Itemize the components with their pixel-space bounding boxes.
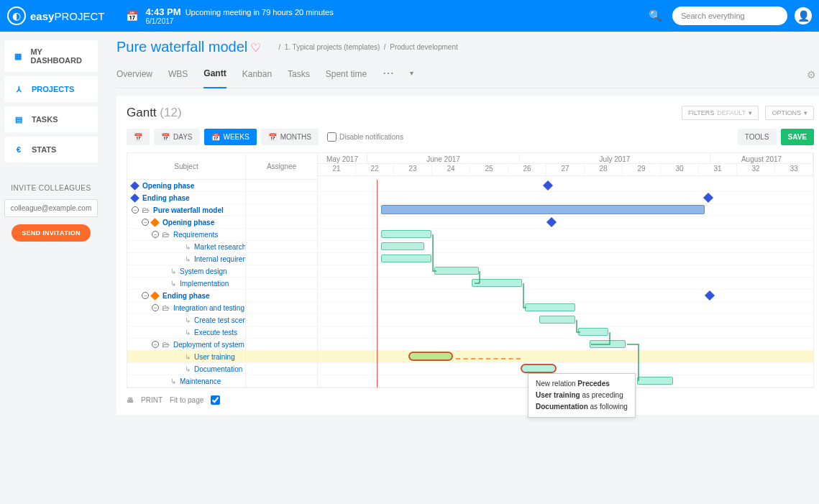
cell-ending2[interactable]: Ending phase [163, 292, 210, 300]
collapse-icon[interactable]: – [142, 292, 149, 299]
print-bar: 🖶 PRINT Fit to page [127, 395, 814, 405]
week-30: 30 [661, 164, 699, 176]
cell-deploy[interactable]: Deployment of system [173, 341, 244, 349]
projects-icon: ⅄ [13, 83, 24, 95]
disable-notifications-input[interactable] [327, 132, 337, 142]
tab-gantt[interactable]: Gantt [203, 61, 226, 88]
bar-impl[interactable] [472, 279, 522, 287]
bar-exectest[interactable] [578, 328, 608, 336]
gear-icon[interactable]: ⚙ ▾ [807, 69, 819, 81]
search-placeholder: Search everything [681, 12, 745, 20]
fit-to-page-check[interactable] [211, 395, 220, 405]
nav-projects[interactable]: ⅄PROJECTS [4, 76, 98, 102]
cell-opening2[interactable]: Opening phase [163, 219, 214, 226]
brand-logo[interactable]: ◐ easyPROJECT [7, 6, 104, 25]
task-icon: ↳ [170, 377, 176, 385]
zoom-weeks-button[interactable]: 📅WEEKS [204, 129, 257, 145]
bar-usertrain[interactable] [408, 352, 453, 361]
bar-inttest[interactable] [525, 303, 575, 311]
row-ending2: –Ending phase [127, 290, 813, 302]
milestone-marker[interactable] [703, 193, 713, 203]
bar-sysdesign[interactable] [434, 267, 479, 275]
collapse-icon[interactable]: – [152, 231, 159, 238]
row-req: –🗁Requirements [127, 229, 813, 241]
bar-internal[interactable] [381, 255, 431, 262]
cell-usertrain[interactable]: User training [194, 353, 235, 361]
cell-impl[interactable]: Implementation [180, 280, 229, 288]
cell-exectest[interactable]: Execute tests [194, 329, 237, 336]
col-subject[interactable]: Subject [127, 153, 245, 180]
bar-project[interactable] [381, 205, 705, 214]
collapse-icon[interactable]: – [152, 304, 159, 311]
user-avatar[interactable]: 👤 [795, 7, 812, 24]
week-31: 31 [699, 164, 737, 176]
tab-more[interactable]: ⋯ [383, 66, 394, 83]
cell-ending[interactable]: Ending phase [142, 194, 190, 202]
search-icon[interactable]: 🔍 [649, 9, 662, 22]
week-22: 22 [356, 164, 394, 176]
print-icon[interactable]: 🖶 [127, 396, 134, 404]
collapse-icon[interactable]: – [152, 341, 159, 348]
milestone-marker[interactable] [543, 180, 553, 191]
bar-req[interactable] [381, 230, 431, 238]
invite-block: INVITE COLLEAGUES SEND INVITATION [4, 184, 98, 242]
week-23: 23 [394, 164, 432, 176]
col-assignee[interactable]: Assignee [246, 153, 317, 180]
cell-inttest[interactable]: Integration and testing [173, 304, 244, 312]
cell-opening[interactable]: Opening phase [142, 182, 194, 190]
milestone-marker[interactable] [546, 217, 557, 227]
breadcrumb-b[interactable]: Product development [390, 43, 458, 51]
milestone-marker[interactable] [705, 290, 715, 301]
options-pill[interactable]: OPTIONS ▾ [765, 106, 814, 120]
breadcrumb-a[interactable]: 1. Typical projects (templates) [285, 43, 380, 51]
bar-market[interactable] [381, 242, 424, 250]
nav-tasks[interactable]: ▤TASKS [4, 106, 98, 132]
tab-bar: Overview WBS Gantt Kanban Tasks Spent ti… [116, 61, 819, 88]
bar-doc[interactable] [521, 364, 557, 373]
nav-dashboard[interactable]: ▦MY DASHBOARD [4, 40, 98, 72]
task-icon: ↳ [185, 329, 191, 336]
cell-req[interactable]: Requirements [173, 231, 218, 239]
collapse-icon[interactable]: – [132, 206, 139, 214]
zoom-days-button[interactable]: 📅DAYS [154, 129, 200, 145]
cell-market[interactable]: Market research [194, 243, 246, 251]
disable-notifications-check[interactable]: Disable notifications [327, 132, 403, 142]
save-button[interactable]: SAVE [781, 129, 815, 145]
cell-maint[interactable]: Maintenance [180, 377, 221, 385]
tab-dropdown[interactable]: ▾ [410, 69, 413, 80]
send-invitation-button[interactable]: SEND INVITATION [12, 224, 91, 242]
folder-icon: 🗁 [162, 340, 170, 349]
bar-createtest[interactable] [539, 316, 575, 324]
tab-spent-time[interactable]: Spent time [326, 62, 367, 88]
collapse-icon[interactable]: – [142, 219, 149, 226]
phase-icon [150, 291, 160, 301]
invite-email-input[interactable] [4, 199, 98, 217]
cell-sysdesign[interactable]: System design [180, 267, 227, 275]
tab-tasks[interactable]: Tasks [288, 62, 310, 88]
week-32: 32 [737, 164, 775, 176]
cell-createtest[interactable]: Create test scenarios [194, 316, 246, 324]
header-date: 6/1/2017 [145, 17, 333, 25]
filters-pill[interactable]: FILTERS DEFAULT ▾ [682, 106, 759, 120]
tab-wbs[interactable]: WBS [168, 62, 188, 88]
row-project: –🗁Pure waterfall model [127, 204, 813, 216]
row-deploy: –🗁Deployment of system [127, 339, 813, 351]
cell-project[interactable]: Pure waterfall model [153, 206, 224, 214]
print-button[interactable]: PRINT [141, 396, 163, 404]
week-24: 24 [432, 164, 470, 176]
tab-overview[interactable]: Overview [116, 62, 152, 88]
calendar-button[interactable]: 📅 [127, 129, 150, 145]
zoom-months-button[interactable]: 📅MONTHS [261, 129, 319, 145]
tab-kanban[interactable]: Kanban [242, 62, 272, 88]
tools-button[interactable]: TOOLS [738, 129, 777, 145]
search-input[interactable]: Search everything [672, 6, 787, 25]
cell-internal[interactable]: Internal requirements [194, 255, 246, 263]
cell-doc[interactable]: Documentation [194, 365, 242, 373]
bar-maint[interactable] [637, 377, 673, 385]
task-icon: ↳ [185, 255, 191, 263]
row-ending-ms: Ending phase [127, 192, 813, 204]
bar-deploy[interactable] [590, 340, 626, 348]
nav-stats[interactable]: €STATS [4, 137, 98, 162]
favorite-icon[interactable]: ♡ [250, 41, 261, 55]
row-market: ↳Market research [127, 241, 813, 253]
